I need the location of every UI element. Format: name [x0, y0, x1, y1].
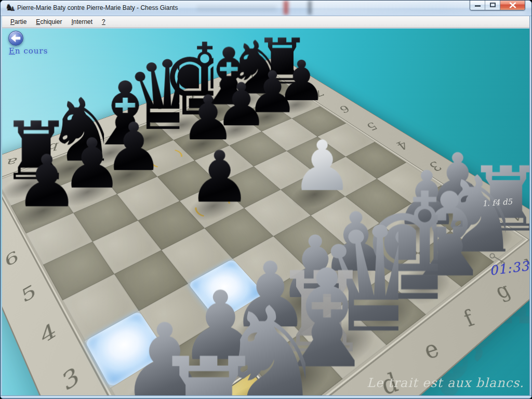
window-border-left — [1, 16, 2, 395]
close-icon — [509, 2, 516, 8]
rook-glyph: ♜ — [151, 341, 250, 395]
back-arrow-icon — [11, 34, 21, 43]
board-rank-label: 4 — [393, 139, 414, 152]
board-rank-label: 7 — [2, 220, 5, 238]
board-rank-label: 6 — [2, 249, 21, 270]
glass-reflection — [308, 1, 312, 15]
glass-reflection — [197, 5, 276, 12]
game-in-progress-link[interactable]: En cours — [9, 46, 48, 56]
titlebar[interactable]: ♞♟ Pierre-Marie Baty contre Pierre-Marie… — [1, 1, 531, 16]
chess-app-icon: ♞♟ — [5, 4, 15, 13]
app-window: ♞♟ Pierre-Marie Baty contre Pierre-Marie… — [0, 0, 532, 399]
board-rank-label: 3 — [54, 365, 83, 395]
board-rank-label: 5 — [363, 120, 383, 132]
window-border-bottom — [1, 395, 531, 398]
maximize-icon — [490, 3, 496, 7]
maximize-button[interactable] — [485, 1, 500, 10]
menu-item-echiquier[interactable]: Echiquier — [31, 16, 66, 28]
board-rank-label: 4 — [33, 321, 59, 348]
caption-buttons — [470, 1, 525, 10]
minimize-button[interactable] — [470, 1, 485, 10]
board-rank-label: 6 — [336, 103, 354, 114]
close-button[interactable] — [500, 1, 525, 10]
glass-reflection — [284, 1, 288, 15]
window-border-right — [529, 16, 531, 395]
piece-white-rook-a1[interactable]: ♜♜ — [151, 341, 250, 395]
menubar: Partie Echiquier Internet ? — [2, 16, 530, 28]
window-title: Pierre-Marie Baty contre Pierre-Marie Ba… — [17, 4, 178, 11]
board-rank-label: 5 — [15, 283, 39, 306]
minimize-icon — [475, 5, 481, 7]
game-viewport: 1122334455667788aabbccddeeffgghh♜♜♞♞♝♝♛♛… — [2, 29, 529, 395]
chessboard-3d: 1122334455667788aabbccddeeffgghh♜♜♞♞♝♝♛♛… — [2, 56, 529, 395]
menu-item-partie[interactable]: Partie — [6, 16, 31, 28]
menu-item-internet[interactable]: Internet — [66, 16, 97, 28]
back-button[interactable] — [8, 31, 23, 46]
menu-item-aide[interactable]: ? — [97, 16, 110, 28]
